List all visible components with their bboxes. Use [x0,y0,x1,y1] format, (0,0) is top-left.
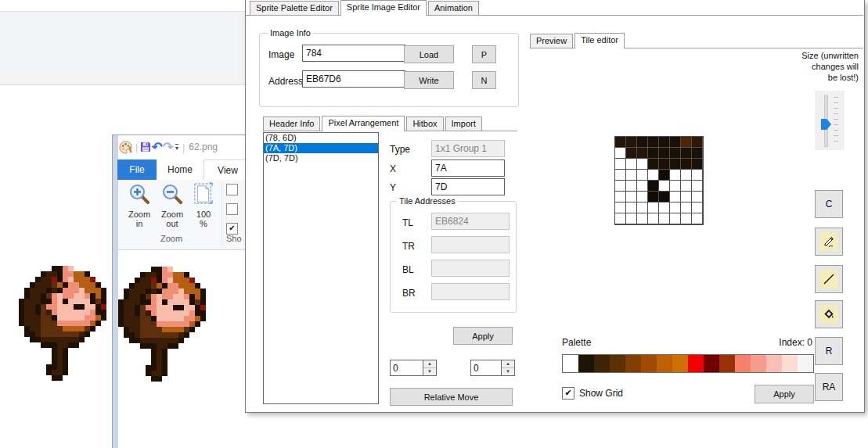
tile-pixel[interactable] [681,159,692,170]
spinner-value[interactable]: 0 [470,360,501,376]
tab-sprite-image-editor[interactable]: Sprite Image Editor [340,0,427,16]
tile-pixel[interactable] [692,159,703,170]
tile-pixel[interactable] [626,181,637,192]
palette-swatch[interactable] [672,355,688,372]
tile-pixel[interactable] [670,170,681,181]
tab-home[interactable]: Home [157,159,203,180]
tile-pixel[interactable] [659,137,670,148]
tile-pixel[interactable] [692,213,703,224]
tile-pixel[interactable] [637,159,648,170]
palette-swatch[interactable] [688,355,704,372]
palette-swatch[interactable] [610,355,625,372]
tile-pixel[interactable] [692,170,703,181]
load-button[interactable]: Load [404,45,454,63]
tile-editor-grid[interactable] [614,136,704,225]
palette-swatch[interactable] [641,355,657,372]
tile-apply-button[interactable]: Apply [755,385,814,403]
tile-pixel[interactable] [670,148,681,159]
y-move-spinner[interactable]: 0 ▲ ▼ [470,360,515,376]
tile-pixel[interactable] [615,148,626,159]
tab-header-info[interactable]: Header Info [263,116,320,131]
palette-swatch[interactable] [563,355,578,372]
tile-pixel[interactable] [648,192,659,202]
tile-pixel[interactable] [626,192,637,202]
line-tool-button[interactable] [815,265,843,293]
tile-pixel[interactable] [670,137,681,148]
qat-dropdown-icon[interactable]: ▾ [175,144,178,151]
palette-swatch[interactable] [735,355,751,372]
tile-pixel[interactable] [648,213,659,224]
tile-pixel[interactable] [615,213,626,224]
tile-pixel[interactable] [681,170,692,181]
tile-pixel[interactable] [637,170,648,181]
spinner-up-button[interactable]: ▲ [423,360,436,368]
c-button[interactable]: C [815,190,843,218]
tile-pixel[interactable] [626,159,637,170]
tile-pixel[interactable] [615,137,626,148]
palette-swatch[interactable] [719,355,735,372]
tile-pixel[interactable] [670,192,681,202]
tile-pixel[interactable] [681,213,692,224]
address-input[interactable]: EB67D6 [302,70,405,88]
tile-pixel[interactable] [648,202,659,213]
ribbon-checkbox[interactable]: ✔ [226,223,238,235]
tile-pixel[interactable] [692,148,703,159]
y-input[interactable]: 7D [431,178,505,195]
x-move-spinner[interactable]: 0 ▲ ▼ [390,360,437,376]
tile-pixel[interactable] [626,170,637,181]
tile-pixel[interactable] [681,181,692,192]
write-button[interactable]: Write [404,71,454,89]
tile-pixel[interactable] [615,181,626,192]
tile-pixel[interactable] [637,148,648,159]
tile-pixel[interactable] [637,202,648,213]
spinner-down-button[interactable]: ▼ [502,368,514,375]
show-grid-checkbox[interactable]: ✔ Show Grid [562,387,623,400]
palette-swatch[interactable] [782,355,798,372]
tab-import[interactable]: Import [445,116,482,131]
apply-button[interactable]: Apply [453,327,513,345]
tile-pixel[interactable] [626,148,637,159]
list-item[interactable]: (7D, 7D) [264,153,378,163]
next-button[interactable]: N [472,71,496,89]
tile-pixel[interactable] [615,192,626,202]
checkbox-box[interactable]: ✔ [562,387,574,400]
tile-pixel[interactable] [615,202,626,213]
ribbon-checkbox[interactable] [226,184,238,195]
list-item[interactable]: (78, 6D) [264,133,378,143]
tile-pixel[interactable] [637,192,648,202]
tab-preview[interactable]: Preview [530,34,573,48]
tab-pixel-arrangement[interactable]: Pixel Arrangement [322,116,405,131]
tile-pixel[interactable] [659,170,670,181]
tile-pixel[interactable] [681,137,692,148]
spinner-up-button[interactable]: ▲ [502,360,514,368]
tab-file[interactable]: File [117,159,157,180]
tile-pixel[interactable] [670,202,681,213]
redo-icon[interactable]: ↷ [163,138,174,156]
palette-swatch[interactable] [594,355,610,372]
r-button[interactable]: R [815,337,843,365]
tile-pixel[interactable] [626,213,637,224]
tile-pixel[interactable] [692,181,703,192]
tile-pixel[interactable] [648,137,659,148]
pencil-tool-button[interactable] [815,228,843,256]
save-icon[interactable] [140,138,151,156]
tile-pixel[interactable] [670,159,681,170]
tile-pixel[interactable] [692,137,703,148]
spinner-down-button[interactable]: ▼ [423,368,436,375]
tile-pixel[interactable] [670,181,681,192]
tile-pixel[interactable] [659,192,670,202]
palette-swatch[interactable] [766,355,782,372]
tile-pixel[interactable] [637,181,648,192]
zoom-100-button[interactable]: 100 % [187,182,220,228]
image-input[interactable]: 784 [302,45,405,62]
size-slider[interactable] [815,91,845,150]
tile-pixel[interactable] [615,159,626,170]
previous-button[interactable]: P [472,45,496,63]
tab-tile-editor[interactable]: Tile editor [574,33,625,48]
tile-pixel[interactable] [681,202,692,213]
tile-pixel[interactable] [692,202,703,213]
tile-pixel[interactable] [692,192,703,202]
tab-animation[interactable]: Animation [428,1,479,15]
tile-pixel[interactable] [670,213,681,224]
coordinate-listbox[interactable]: (78, 6D)(7A, 7D)(7D, 7D) [263,132,379,404]
